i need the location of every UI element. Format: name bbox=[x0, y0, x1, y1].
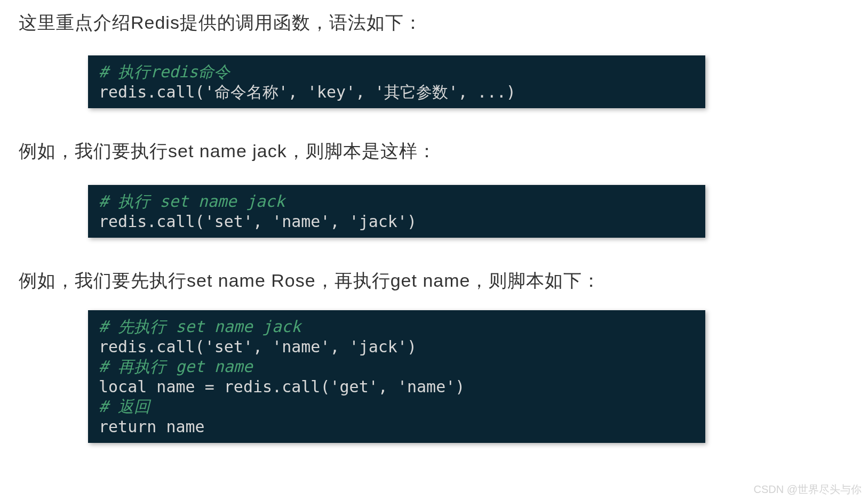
code-comment: # 执行redis命令 bbox=[99, 62, 695, 82]
code-block-3: # 先执行 set name jack redis.call('set', 'n… bbox=[88, 310, 705, 443]
code-block-2: # 执行 set name jack redis.call('set', 'na… bbox=[88, 185, 705, 238]
code-comment: # 再执行 get name bbox=[99, 357, 695, 377]
intro-text-3: 例如，我们要先执行set name Rose，再执行get name，则脚本如下… bbox=[19, 269, 849, 293]
code-comment: # 返回 bbox=[99, 397, 695, 417]
intro-text-1: 这里重点介绍Redis提供的调用函数，语法如下： bbox=[19, 11, 849, 35]
code-comment: # 先执行 set name jack bbox=[99, 317, 695, 337]
watermark: CSDN @世界尽头与你 bbox=[753, 482, 862, 497]
code-block-1: # 执行redis命令 redis.call('命令名称', 'key', '其… bbox=[88, 55, 705, 108]
code-line: return name bbox=[99, 417, 695, 437]
code-comment: # 执行 set name jack bbox=[99, 191, 695, 212]
code-line: local name = redis.call('get', 'name') bbox=[99, 377, 695, 397]
code-line: redis.call('set', 'name', 'jack') bbox=[99, 337, 695, 357]
code-line: redis.call('set', 'name', 'jack') bbox=[99, 212, 695, 232]
intro-text-2: 例如，我们要执行set name jack，则脚本是这样： bbox=[19, 139, 849, 164]
code-line: redis.call('命令名称', 'key', '其它参数', ...) bbox=[99, 82, 695, 102]
